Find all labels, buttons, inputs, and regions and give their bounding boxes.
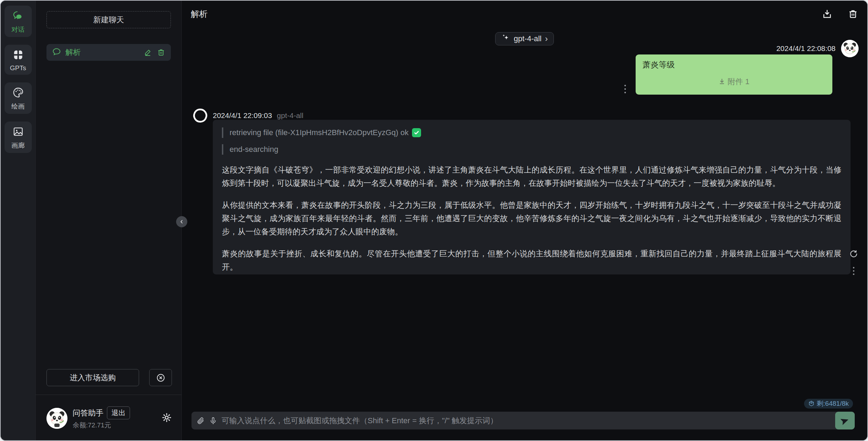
chat-list-item[interactable]: 解析 [46, 44, 171, 61]
page-title: 解析 [191, 8, 208, 20]
assistant-paragraph: 从你提供的文本来看，萧炎在故事的开头阶段，斗之力为三段，属于低级水平。他曾是家族… [222, 199, 841, 238]
nav-item-gallery-label: 画廊 [12, 141, 25, 150]
assistant-timestamp: 2024/4/1 22:09:03 [213, 111, 272, 120]
chevron-left-icon [179, 219, 185, 225]
delete-chat-icon[interactable] [157, 48, 165, 57]
message-input[interactable] [222, 416, 835, 425]
attach-file-icon[interactable] [196, 417, 205, 425]
user-balance: 余额:72.71元 [73, 421, 158, 430]
settings-gear-icon[interactable] [161, 412, 172, 425]
assistant-paragraph: 这段文字摘自《斗破苍穹》，一部非常受欢迎的幻想小说，讲述了主角萧炎在斗气大陆上的… [222, 163, 841, 190]
assistant-message-card: retrieving file (file-X1IpHmsH2BfHv2oDpv… [213, 120, 851, 274]
chevron-right-icon: › [545, 34, 548, 44]
market-button[interactable]: 进入市场选购 [46, 369, 139, 386]
sidebar: 新建聊天 解析 进入市场选购 [36, 1, 182, 440]
nav-item-chat[interactable]: 对话 [5, 6, 32, 37]
user-message-text: 萧炎等级 [643, 59, 825, 70]
composer [191, 412, 855, 429]
nav-item-gallery[interactable]: 画廊 [5, 122, 32, 153]
palette-icon [12, 87, 24, 100]
edit-chat-icon[interactable] [144, 48, 152, 57]
chat-bubbles-icon [12, 10, 24, 23]
assistant-model-label: gpt-4-all [277, 111, 303, 120]
user-name: 问答助手 [73, 408, 103, 418]
sidebar-divider [36, 395, 181, 395]
model-name: gpt-4-all [514, 34, 541, 43]
user-message-avatar [841, 40, 859, 57]
tokens-remaining-badge: 剩:6481/8k [804, 399, 853, 409]
send-plane-icon [839, 414, 851, 427]
nav-item-draw-label: 绘画 [12, 102, 25, 111]
circle-x-icon [156, 373, 166, 383]
sparkles-icon [501, 33, 510, 44]
new-chat-button[interactable]: 新建聊天 [46, 11, 171, 28]
nav-item-gpts-label: GPTs [10, 64, 26, 72]
gpts-grid-icon [12, 49, 24, 62]
nav-item-chat-label: 对话 [12, 25, 25, 34]
user-message-timestamp: 2024/4/1 22:08:08 [776, 44, 836, 53]
close-circle-button[interactable] [149, 369, 172, 386]
user-message-menu-icon[interactable] [621, 84, 629, 96]
token-cube-icon [808, 400, 815, 407]
main-panel: 解析 [182, 1, 867, 440]
app-window: 对话 GPTs [0, 0, 868, 441]
nav-item-draw[interactable]: 绘画 [5, 82, 32, 114]
openai-logo-icon [191, 107, 209, 124]
user-account-row: 问答助手 退出 余额:72.71元 [46, 406, 172, 430]
assistant-paragraph: 萧炎的故事是关于挫折、成长和复仇的。尽管在开头他遭受了巨大的打击，但整个小说的主… [222, 247, 841, 274]
tool-status-line: end-searching [222, 144, 841, 155]
model-selector[interactable]: gpt-4-all › [495, 32, 554, 45]
regenerate-icon[interactable] [849, 249, 858, 258]
user-message-bubble: 萧炎等级 附件 1 [636, 54, 832, 95]
microphone-icon[interactable] [209, 417, 217, 425]
attachment-download-icon [718, 78, 725, 85]
message-menu-icon[interactable] [852, 266, 855, 276]
logout-button[interactable]: 退出 [107, 406, 130, 419]
delete-chat-header-icon[interactable] [848, 9, 858, 19]
chat-bubble-icon [52, 47, 61, 58]
nav-item-gpts[interactable]: GPTs [5, 45, 32, 75]
tool-status-line: retrieving file (file-X1IpHmsH2BfHv2oDpv… [222, 127, 841, 138]
assistant-actions [849, 249, 858, 276]
market-row: 进入市场选购 [46, 369, 172, 386]
download-chat-icon[interactable] [822, 9, 832, 19]
nav-rail: 对话 GPTs [1, 1, 36, 440]
user-avatar[interactable] [46, 408, 67, 429]
collapse-sidebar-button[interactable] [176, 216, 187, 227]
chat-item-title: 解析 [65, 47, 139, 58]
attachment-link[interactable]: 附件 1 [643, 76, 825, 87]
gallery-icon [12, 126, 24, 139]
send-button[interactable] [835, 412, 855, 429]
main-header: 解析 [182, 1, 867, 27]
check-icon [412, 128, 421, 137]
assistant-message: 2024/4/1 22:09:03 gpt-4-all retrieving f… [191, 107, 829, 274]
model-pill-row: gpt-4-all › [182, 32, 867, 45]
